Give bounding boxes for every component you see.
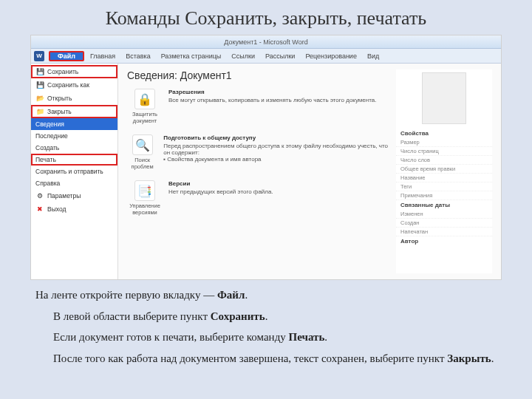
prop-row: Изменен — [396, 210, 492, 219]
share-bullet: Свойства документа и имя автора — [167, 156, 261, 163]
prop-row: Число слов — [396, 156, 492, 165]
versions-label: Управление версиями — [129, 202, 160, 216]
prop-row: Размер — [396, 138, 492, 147]
versions-icon: 📑 — [134, 180, 155, 201]
menu-options-label: Параметры — [47, 192, 81, 200]
lock-icon: 🔒 — [134, 89, 155, 109]
check-icon: 🔍 — [132, 134, 153, 155]
menu-info-label: Сведения — [35, 120, 64, 128]
paragraph-2: В левой области выберите пункт Сохранить… — [53, 308, 497, 325]
check-label: Поиск проблем — [132, 157, 154, 170]
info-main: Сведения: Документ1 🔒 Защитить документ … — [127, 69, 389, 273]
tab-refs[interactable]: Ссылки — [227, 51, 259, 61]
doc-thumbnail — [422, 72, 466, 124]
menu-recent[interactable]: Последние — [31, 130, 117, 142]
share-desc: Перед распространением общего доступа к … — [163, 143, 389, 156]
versions-block: 📑 Управление версиями Версии Нет предыду… — [127, 180, 389, 216]
tab-layout[interactable]: Разметка страницы — [157, 51, 226, 61]
menu-save-as[interactable]: 💾Сохранить как — [31, 78, 117, 92]
menu-new-label: Создать — [35, 144, 59, 151]
menu-print-label: Печать — [35, 156, 56, 163]
prop-row: Число страниц — [396, 147, 492, 156]
word-icon: W — [34, 51, 44, 61]
perm-text: Все могут открывать, копировать и изменя… — [168, 97, 376, 103]
save-as-icon: 💾 — [35, 81, 44, 89]
menu-print[interactable]: Печать — [31, 154, 117, 166]
ribbon-tabs: W Файл Главная Вставка Разметка страницы… — [31, 49, 501, 64]
save-icon: 💾 — [35, 67, 44, 76]
props-head3: Автор — [400, 238, 488, 245]
p1-text: На ленте откройте первую вкладку — — [35, 289, 217, 301]
share-text: Подготовить к общему доступу Перед распр… — [163, 134, 389, 163]
menu-close-label: Закрыть — [47, 108, 72, 115]
versions-text: Версии Нет предыдущих версий этого файла… — [168, 180, 273, 195]
prop-row: Название — [396, 174, 492, 183]
menu-save[interactable]: 💾Сохранить — [31, 65, 117, 78]
p4-text: После того как работа над документом зав… — [53, 352, 447, 364]
menu-save-as-label: Сохранить как — [47, 81, 89, 89]
menu-help[interactable]: Справка — [31, 177, 117, 189]
p4-bold: Закрыть — [447, 352, 491, 364]
versions-desc: Нет предыдущих версий этого файла. — [168, 188, 273, 195]
check-button[interactable]: 🔍 Поиск проблем — [127, 134, 157, 170]
open-icon: 📂 — [35, 94, 44, 103]
p2-text: В левой области выберите пункт — [53, 310, 211, 322]
p3-bold: Печать — [289, 331, 325, 343]
exit-icon: ✖ — [35, 205, 44, 214]
props-head: Свойства — [400, 130, 488, 137]
menu-recent-label: Последние — [35, 132, 68, 140]
menu-share-label: Сохранить и отправить — [35, 168, 103, 175]
tab-insert[interactable]: Вставка — [121, 51, 154, 61]
versions-title: Версии — [168, 180, 273, 187]
share-block: 🔍 Поиск проблем Подготовить к общему дос… — [127, 134, 389, 170]
tab-file[interactable]: Файл — [49, 51, 84, 61]
versions-button[interactable]: 📑 Управление версиями — [127, 180, 163, 216]
paragraph-4: После того как работа над документом зав… — [53, 350, 497, 367]
menu-info[interactable]: Сведения — [31, 118, 117, 130]
p1-bold: Файл — [217, 289, 245, 301]
menu-exit-label: Выход — [47, 205, 66, 213]
options-icon: ⚙ — [35, 191, 44, 200]
paragraph-1: На ленте откройте первую вкладку — Файл. — [35, 287, 497, 304]
protect-label: Защитить документ — [132, 111, 157, 124]
info-heading: Сведения: Документ1 — [127, 69, 389, 81]
menu-share[interactable]: Сохранить и отправить — [31, 166, 117, 177]
menu-exit[interactable]: ✖Выход — [31, 202, 117, 216]
props-head2: Связанные даты — [400, 202, 488, 208]
word-screenshot: Документ1 - Microsoft Word W Файл Главна… — [31, 35, 501, 279]
menu-close[interactable]: 📁Закрыть — [31, 105, 117, 118]
permissions-block: 🔒 Защитить документ Разрешения Все могут… — [127, 89, 389, 124]
menu-new[interactable]: Создать — [31, 142, 117, 154]
close-icon: 📁 — [35, 107, 44, 116]
preview-pane: Свойства Размер Число страниц Число слов… — [396, 69, 492, 273]
tab-mail[interactable]: Рассылки — [261, 51, 299, 61]
file-menu: 💾Сохранить 💾Сохранить как 📂Открыть 📁Закр… — [31, 64, 118, 279]
permissions-text: Разрешения Все могут открывать, копирова… — [168, 89, 376, 103]
p2-bold: Сохранить — [211, 310, 265, 322]
tab-home[interactable]: Главная — [86, 51, 120, 61]
window-title: Документ1 - Microsoft Word — [31, 35, 501, 49]
slide-body: На ленте откройте первую вкладку — Файл.… — [0, 279, 532, 366]
slide-title: Команды Сохранить, закрыть, печатать — [0, 0, 532, 35]
menu-help-label: Справка — [35, 180, 60, 187]
share-title: Подготовить к общему доступу — [163, 134, 389, 141]
menu-open[interactable]: 📂Открыть — [31, 92, 117, 105]
prop-row: Теги — [396, 183, 492, 191]
info-area: Сведения: Документ1 🔒 Защитить документ … — [118, 64, 501, 279]
prop-row: Напечатан — [396, 228, 492, 236]
protect-button[interactable]: 🔒 Защитить документ — [127, 89, 163, 124]
tab-view[interactable]: Вид — [363, 51, 383, 61]
prop-row: Создан — [396, 219, 492, 228]
menu-save-label: Сохранить — [47, 68, 78, 75]
backstage-area: 💾Сохранить 💾Сохранить как 📂Открыть 📁Закр… — [31, 64, 501, 279]
tab-review[interactable]: Рецензирование — [301, 51, 361, 61]
prop-row: Общее время правки — [396, 165, 492, 174]
perm-title: Разрешения — [168, 89, 376, 95]
prop-row: Примечания — [396, 191, 492, 200]
paragraph-3: Если документ готов к печати, выберите к… — [53, 329, 497, 346]
menu-options[interactable]: ⚙Параметры — [31, 189, 117, 202]
menu-open-label: Открыть — [47, 95, 72, 102]
p3-text: Если документ готов к печати, выберите к… — [53, 331, 289, 343]
